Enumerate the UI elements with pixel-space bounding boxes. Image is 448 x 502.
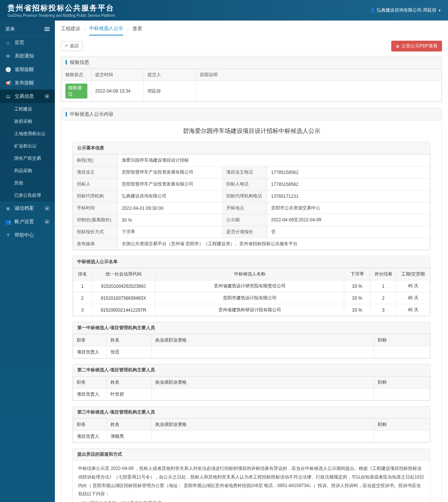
mail-icon: ✉ — [5, 53, 11, 59]
personnel3-title: 第三中标候选人-项目管理机构主要人员 — [73, 406, 430, 418]
main-content: 工程建设 › 中标候选人公示 › 查看 返回 公告公示PDF查看 核验信息 核验… — [55, 21, 448, 502]
lbl-media: 发布媒体 — [73, 238, 118, 250]
candidate-row: 3 91520000214412297R 贵州省建筑科研设计院有限公司 33 %… — [73, 304, 430, 316]
val-period: 2022-04-06至2022-04-09 — [267, 214, 430, 226]
candidates-title: 中标候选人公示名单 — [73, 256, 430, 268]
col-duration: 工期/交货期 — [396, 268, 430, 280]
nav-home[interactable]: ⌂ 首页 — [0, 36, 55, 49]
cell-name: 贵州省建筑设计研究院有限责任公司 — [155, 280, 344, 292]
cell-score: 2 — [370, 292, 396, 304]
col-qual: 执业或职业资格 — [152, 334, 374, 346]
nav-account[interactable]: 👥 帐户设置 ▸ — [0, 215, 55, 228]
cell-score: 3 — [370, 304, 396, 316]
objection-title: 提出异议的渠道和方式 — [73, 449, 430, 461]
bc-level2[interactable]: 中标候选人公示 — [89, 25, 123, 35]
nav-label: 帮助中心 — [15, 232, 34, 238]
cell-rank: 2 — [73, 292, 92, 304]
nav-label: 系统通知 — [15, 53, 34, 59]
sub-medicine[interactable]: 药品采购 — [0, 165, 55, 177]
personnel3-table: 职务 姓名 执业或职业资格 职称 项目负责人 谭晓亮 — [73, 418, 430, 443]
sidebar-title-label: 菜单 — [5, 26, 15, 32]
sub-land[interactable]: 土地使用权出让 — [0, 128, 55, 140]
cell-duty: 项目负责人 — [73, 389, 107, 400]
objection-l1: （1）投诉人的名称、地址及有效联系方式； — [78, 499, 425, 502]
personnel3-section: 第三中标候选人-项目管理机构主要人员 职务 姓名 执业或职业资格 职称 项目负责… — [72, 406, 430, 443]
col-qual: 执业或职业资格 — [152, 377, 374, 389]
sub-gov-purchase[interactable]: 政府采购 — [0, 115, 55, 128]
nav-trade[interactable]: 🗂 交易信息 ▾ — [0, 90, 55, 103]
cell-name: 贵阳市建筑设计院有限公司 — [155, 292, 344, 304]
objection-body: 中标结果公示至 2022-04-09 ，投标人或者其他利害关系人对依法必须进行招… — [73, 461, 430, 502]
bc-separator: › — [84, 26, 85, 35]
nav-overdue[interactable]: 🕓 逾期提醒 — [0, 63, 55, 76]
lbl-ctrl-price: 控制价(最高限价) — [73, 214, 118, 226]
cell-code: 91520100736639493X — [92, 292, 155, 304]
cell-name: 贵州省建筑科研设计院有限公司 — [155, 304, 344, 316]
col-pname: 姓名 — [107, 419, 152, 431]
cell-rank: 3 — [73, 304, 92, 316]
cell-ptitle — [374, 389, 430, 400]
cell-time: 2022-04-06 15:34 — [91, 81, 144, 102]
hamburger-icon[interactable] — [44, 26, 50, 32]
val-owner: 贵阳智慧停车产业投资发展有限公司 — [118, 166, 223, 178]
col-pname: 姓名 — [107, 334, 152, 346]
nav-label: 逾期提醒 — [15, 66, 34, 73]
user-name: 弘典建设咨询有限公司-邓廷容 — [377, 7, 436, 13]
personnel2-title: 第二中标候选人-项目管理机构主要人员 — [73, 364, 430, 376]
nav-publish[interactable]: 📢 发布提醒 — [0, 76, 55, 90]
col-ptitle: 职称 — [374, 419, 430, 431]
personnel1-section: 第一中标候选人-项目管理机构主要人员 职务 姓名 执业或职业资格 职称 项目负责… — [72, 322, 430, 359]
chevron-right-icon: ▸ — [44, 206, 50, 211]
cell-rank: 1 — [73, 280, 92, 292]
candidates-table: 排名 统一社会信用代码 中标候选人名称 下浮率 评分结果 工期/交货期 1 91… — [73, 268, 430, 316]
basic-info-title: 公示基本信息 — [73, 142, 430, 154]
cell-ptitle — [374, 346, 430, 358]
sub-engineering[interactable]: 工程建设 — [0, 103, 55, 115]
app-title-en: GuiZhou Province Tendering and Bidding P… — [7, 13, 115, 18]
content-panel: 中标候选人公示内容 碧海爱尔园停车场建设项目设计招标中标候选人公示 公示基本信息… — [61, 108, 442, 502]
cell-rate: 33 % — [344, 304, 370, 316]
status-badge: 核验通过 — [65, 84, 87, 99]
basic-info-table: 标段(包) 海爱尔园停车场建设项目设计招标 项目业主 贵阳智慧停车产业投资发展有… — [73, 154, 430, 250]
nav-notice[interactable]: ✉ 系统通知 — [0, 49, 55, 63]
users-icon: 👥 — [5, 219, 11, 225]
col-pname: 姓名 — [107, 377, 152, 389]
cell-duration: 45 天 — [396, 280, 430, 292]
verify-panel: 核验信息 核验状态 提交时间 提交人 原因说明 核验通过 2022-04-06 … — [61, 56, 442, 102]
sub-other[interactable]: 其他 — [0, 177, 55, 189]
candidate-row: 2 91520100736639493X 贵阳市建筑设计院有限公司 33 % 2… — [73, 292, 430, 304]
back-button[interactable]: 返回 — [61, 41, 83, 51]
personnel1-title: 第一中标候选人-项目管理机构主要人员 — [73, 322, 430, 334]
cell-duration: 45 天 — [396, 304, 430, 316]
col-ptitle: 职称 — [374, 377, 430, 389]
cell-qual — [152, 346, 374, 358]
document-title: 碧海爱尔园停车场建设项目设计招标中标候选人公示 — [72, 127, 430, 135]
col-user: 提交人 — [144, 69, 196, 81]
sub-published[interactable]: 已发公告处理 — [0, 189, 55, 202]
nav-label: 发布提醒 — [15, 79, 34, 86]
personnel2-table: 职务 姓名 执业或职业资格 职称 项目负责人 叶世碧 — [73, 376, 430, 400]
user-menu[interactable]: 弘典建设咨询有限公司-邓廷容 — [370, 7, 441, 13]
val-quote-method: 下浮率 — [118, 226, 223, 238]
col-duty: 职务 — [73, 419, 107, 431]
nav-credit[interactable]: ≣ 诚信档案 ▸ — [0, 202, 55, 215]
col-duty: 职务 — [73, 377, 107, 389]
cell-pname: 谭晓亮 — [107, 431, 152, 443]
personnel1-table: 职务 姓名 执业或职业资格 职称 项目负责人 张晋 — [73, 334, 430, 358]
col-duty: 职务 — [73, 334, 107, 346]
bc-level1[interactable]: 工程建设 — [61, 25, 80, 35]
pdf-view-button[interactable]: 公告公示PDF查看 — [391, 41, 442, 52]
col-reason: 原因说明 — [196, 69, 442, 81]
objection-section: 提出异议的渠道和方式 中标结果公示至 2022-04-09 ，投标人或者其他利害… — [72, 448, 430, 502]
cell-qual — [152, 431, 374, 443]
col-code: 统一社会信用代码 — [92, 268, 155, 280]
sub-state-assets[interactable]: 国有产权交易 — [0, 152, 55, 165]
col-rank: 排名 — [73, 268, 92, 280]
col-score: 评分结果 — [370, 268, 396, 280]
val-section: 海爱尔园停车场建设项目设计招标 — [118, 155, 430, 166]
sub-mining[interactable]: 矿业权出让 — [0, 140, 55, 152]
nav-label: 帐户设置 — [15, 218, 34, 225]
candidates-section: 中标候选人公示名单 排名 统一社会信用代码 中标候选人名称 下浮率 评分结果 工… — [72, 256, 430, 317]
nav-help[interactable]: ? 帮助中心 — [0, 228, 55, 242]
header-title-block: 贵州省招标投标公共服务平台 GuiZhou Province Tendering… — [7, 3, 115, 18]
